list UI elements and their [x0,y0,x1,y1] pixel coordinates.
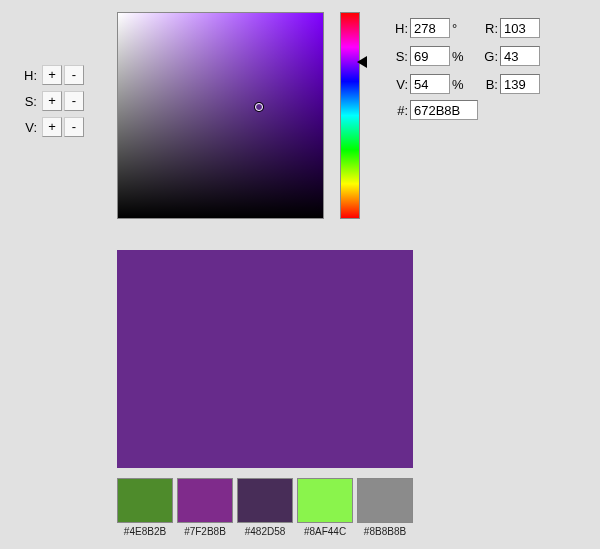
s-label: S: [17,94,37,109]
s-minus-button[interactable]: - [64,91,84,111]
percent-unit-v: % [452,77,466,92]
hex-row: #: [390,100,542,120]
swatch-wrap: #8AF44C [297,478,353,537]
h-input[interactable] [410,18,450,38]
swatch[interactable] [357,478,413,523]
swatch-row: #4E8B2B#7F2B8B#482D58#8AF44C#8B8B8B [117,478,413,537]
h-plus-button[interactable]: + [42,65,62,85]
hex-input[interactable] [410,100,478,120]
s-step-row: S: + - [17,90,84,112]
swatch-label: #4E8B2B [117,526,173,537]
swatch[interactable] [117,478,173,523]
vb-row: V: % B: [390,72,542,96]
swatch[interactable] [297,478,353,523]
r-field-label: R: [480,21,498,36]
sg-row: S: % G: [390,44,542,68]
v-plus-button[interactable]: + [42,117,62,137]
saturation-value-field[interactable] [117,12,324,219]
r-input[interactable] [500,18,540,38]
h-field-label: H: [390,21,408,36]
s-input[interactable] [410,46,450,66]
h-minus-button[interactable]: - [64,65,84,85]
swatch-label: #8B8B8B [357,526,413,537]
numeric-fields: H: ° R: S: % G: V: % B: #: [390,16,542,120]
b-field-label: B: [480,77,498,92]
h-step-row: H: + - [17,64,84,86]
g-field-label: G: [480,49,498,64]
g-input[interactable] [500,46,540,66]
hsv-step-controls: H: + - S: + - V: + - [17,64,84,142]
v-step-row: V: + - [17,116,84,138]
hue-strip[interactable] [340,12,360,219]
b-input[interactable] [500,74,540,94]
color-preview [117,250,413,468]
v-field-label: V: [390,77,408,92]
sv-cursor-icon [255,103,263,111]
s-field-label: S: [390,49,408,64]
degree-unit: ° [452,21,466,36]
v-input[interactable] [410,74,450,94]
swatch-label: #7F2B8B [177,526,233,537]
swatch-wrap: #4E8B2B [117,478,173,537]
swatch-wrap: #482D58 [237,478,293,537]
hr-row: H: ° R: [390,16,542,40]
swatch[interactable] [237,478,293,523]
swatch-label: #482D58 [237,526,293,537]
swatch-wrap: #8B8B8B [357,478,413,537]
s-plus-button[interactable]: + [42,91,62,111]
swatch[interactable] [177,478,233,523]
swatch-label: #8AF44C [297,526,353,537]
h-label: H: [17,68,37,83]
swatch-wrap: #7F2B8B [177,478,233,537]
v-minus-button[interactable]: - [64,117,84,137]
hex-label: #: [390,103,408,118]
percent-unit-s: % [452,49,466,64]
v-label: V: [17,120,37,135]
